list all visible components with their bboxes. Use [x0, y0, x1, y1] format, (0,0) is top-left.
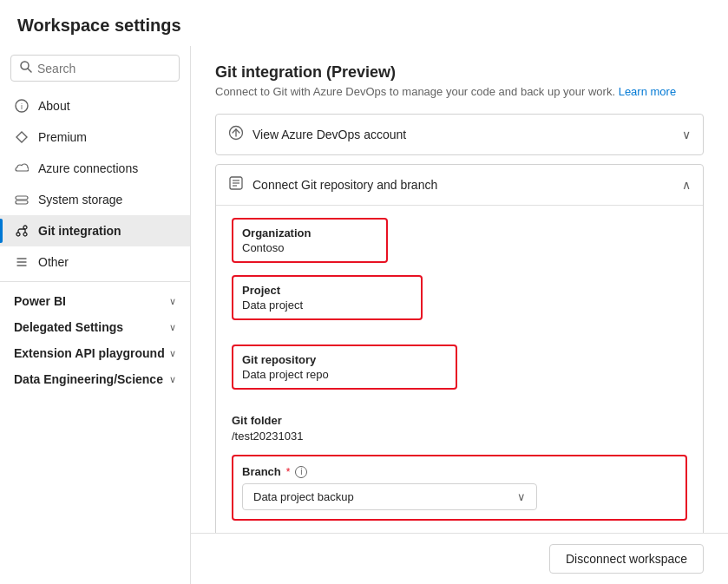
sidebar-item-git-integration[interactable]: Git integration — [0, 215, 190, 246]
devops-icon — [228, 125, 244, 144]
extension-api-label: Extension API playground — [14, 346, 165, 360]
branch-info-icon[interactable]: i — [295, 466, 307, 478]
workspace-settings-page: Workspace settings i About — [0, 0, 728, 584]
view-devops-chevron-icon: ∨ — [682, 128, 691, 141]
content-title: Git integration (Preview) — [215, 63, 704, 82]
page-title: Workspace settings — [0, 0, 728, 46]
connect-git-accordion-header[interactable]: Connect Git repository and branch ∧ — [216, 165, 703, 205]
storage-icon — [14, 192, 30, 207]
sidebar-section-power-bi[interactable]: Power BI ∨ — [0, 285, 190, 312]
sidebar-item-premium[interactable]: Premium — [0, 121, 190, 153]
sidebar-item-premium-label: Premium — [38, 130, 87, 144]
learn-more-link[interactable]: Learn more — [619, 85, 676, 98]
branch-dropdown-chevron-icon: ∨ — [517, 490, 526, 503]
delegated-settings-chevron-icon: ∨ — [169, 322, 176, 333]
git-repository-value: Data project repo — [242, 368, 447, 381]
search-icon — [20, 61, 32, 75]
git-repository-field: Git repository Data project repo — [232, 344, 457, 390]
svg-line-1 — [28, 69, 31, 72]
connect-git-accordion-body: Organization Contoso Project Data projec… — [216, 205, 703, 533]
info-icon: i — [14, 98, 30, 114]
data-engineering-chevron-icon: ∨ — [169, 374, 176, 385]
cloud-icon — [14, 161, 30, 176]
search-box[interactable] — [10, 55, 180, 82]
sidebar-section-extension-api[interactable]: Extension API playground ∨ — [0, 338, 190, 364]
sidebar-divider — [0, 281, 190, 282]
project-label: Project — [242, 284, 412, 297]
svg-text:i: i — [21, 102, 23, 111]
list-icon — [14, 254, 30, 270]
organization-label: Organization — [242, 226, 377, 240]
sidebar-section-delegated-settings[interactable]: Delegated Settings ∨ — [0, 312, 190, 338]
sidebar-item-git-integration-label: Git integration — [38, 224, 121, 238]
git-folder-section: Git folder /test20231031 — [232, 414, 687, 443]
power-bi-label: Power BI — [14, 294, 66, 308]
connect-git-label: Connect Git repository and branch — [253, 178, 437, 192]
view-devops-accordion-header[interactable]: View Azure DevOps account ∨ — [216, 115, 703, 154]
disconnect-workspace-button[interactable]: Disconnect workspace — [549, 544, 704, 574]
git-repository-wrapper: Git repository Data project repo — [232, 344, 687, 402]
sidebar-item-azure-connections[interactable]: Azure connections — [0, 153, 190, 184]
main-layout: i About Premium Azure connections — [0, 46, 728, 584]
sidebar-item-system-storage[interactable]: System storage — [0, 184, 190, 215]
branch-select-dropdown[interactable]: Data project backup ∨ — [242, 483, 537, 510]
sidebar-item-other[interactable]: Other — [0, 246, 190, 278]
project-wrapper: Project Data project — [232, 275, 687, 332]
search-input[interactable] — [37, 62, 170, 75]
sidebar-item-azure-connections-label: Azure connections — [38, 161, 138, 175]
git-folder-value: /test20231031 — [232, 430, 687, 443]
branch-selected-value: Data project backup — [253, 490, 354, 503]
project-field: Project Data project — [232, 275, 423, 320]
project-value: Data project — [242, 299, 412, 312]
sidebar-item-about-label: About — [38, 99, 70, 113]
organization-field: Organization Contoso — [232, 218, 388, 263]
connect-git-accordion: Connect Git repository and branch ∧ Orga… — [215, 164, 704, 533]
sidebar-item-other-label: Other — [38, 255, 69, 269]
connect-git-chevron-icon: ∧ — [682, 178, 691, 192]
main-content: Git integration (Preview) Connect to Git… — [191, 46, 728, 533]
repo-icon — [228, 175, 244, 194]
diamond-icon — [14, 129, 30, 145]
content-wrapper: Git integration (Preview) Connect to Git… — [191, 46, 728, 584]
svg-point-8 — [23, 233, 27, 236]
svg-rect-5 — [16, 200, 28, 204]
branch-label: Branch — [242, 465, 281, 478]
delegated-settings-label: Delegated Settings — [14, 320, 123, 334]
view-devops-accordion: View Azure DevOps account ∨ — [215, 114, 704, 155]
git-folder-label: Git folder — [232, 414, 687, 427]
content-subtitle: Connect to Git with Azure DevOps to mana… — [215, 85, 704, 98]
sidebar-section-data-engineering[interactable]: Data Engineering/Science ∨ — [0, 364, 190, 390]
data-engineering-label: Data Engineering/Science — [14, 372, 163, 386]
sidebar-item-system-storage-label: System storage — [38, 193, 122, 207]
power-bi-chevron-icon: ∨ — [169, 296, 176, 307]
svg-rect-4 — [16, 196, 28, 200]
branch-required-star: * — [286, 466, 291, 478]
sidebar: i About Premium Azure connections — [0, 46, 191, 584]
footer: Disconnect workspace — [191, 533, 728, 584]
svg-point-6 — [16, 233, 20, 236]
branch-section: Branch * i Data project backup ∨ — [232, 455, 687, 521]
git-repository-label: Git repository — [242, 353, 447, 366]
git-icon — [14, 223, 30, 239]
organization-value: Contoso — [242, 241, 377, 254]
view-devops-label: View Azure DevOps account — [253, 128, 406, 141]
sidebar-item-about[interactable]: i About — [0, 90, 190, 121]
extension-api-chevron-icon: ∨ — [169, 348, 176, 359]
